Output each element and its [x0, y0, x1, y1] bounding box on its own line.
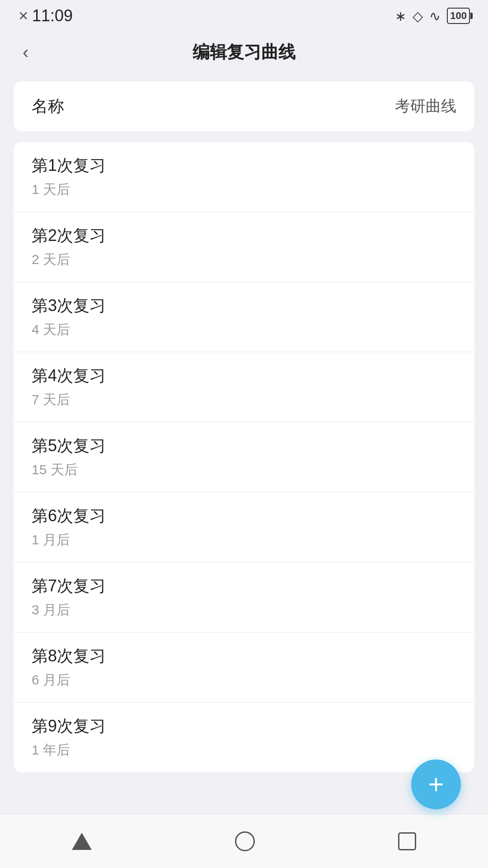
review-item-title: 第6次复习	[32, 505, 456, 527]
review-item-subtitle: 4 天后	[32, 321, 456, 339]
fab-container: +	[411, 760, 461, 809]
sim-icon: ✕	[18, 9, 28, 24]
review-item-title: 第4次复习	[32, 365, 456, 387]
review-list-item[interactable]: 第9次复习1 年后	[14, 703, 474, 772]
review-list-item[interactable]: 第2次复习2 天后	[14, 212, 474, 282]
battery-icon: 100	[447, 8, 470, 24]
name-card[interactable]: 名称 考研曲线	[14, 81, 474, 131]
recent-nav-icon	[398, 832, 416, 850]
review-list-item[interactable]: 第4次复习7 天后	[14, 352, 474, 422]
review-list-item[interactable]: 第8次复习6 月后	[14, 632, 474, 703]
bell-icon: ◇	[413, 8, 423, 24]
review-item-subtitle: 7 天后	[32, 391, 456, 409]
home-nav-icon	[235, 831, 255, 851]
content: 名称 考研曲线 第1次复习1 天后第2次复习2 天后第3次复习4 天后第4次复习…	[0, 72, 488, 814]
review-list-item[interactable]: 第5次复习15 天后	[14, 422, 474, 492]
nav-recent-button[interactable]	[380, 826, 434, 857]
status-time: 11:09	[32, 6, 73, 25]
review-item-subtitle: 6 月后	[32, 671, 456, 689]
wifi-icon: ∿	[429, 8, 441, 24]
review-list-card: 第1次复习1 天后第2次复习2 天后第3次复习4 天后第4次复习7 天后第5次复…	[14, 142, 474, 772]
review-list-item[interactable]: 第3次复习4 天后	[14, 282, 474, 352]
page-title: 编辑复习曲线	[192, 41, 296, 64]
plus-icon: +	[428, 771, 444, 798]
back-nav-icon	[72, 833, 92, 850]
review-item-subtitle: 1 年后	[32, 741, 456, 760]
status-bar-left: ✕ 11:09	[18, 6, 73, 25]
review-item-title: 第5次复习	[32, 435, 456, 457]
review-item-subtitle: 2 天后	[32, 250, 456, 269]
review-item-title: 第8次复习	[32, 645, 456, 667]
nav-home-button[interactable]	[217, 825, 273, 858]
review-item-title: 第7次复习	[32, 575, 456, 597]
header: ‹ 编辑复习曲线	[0, 32, 488, 72]
bottom-nav	[0, 814, 488, 868]
review-list-item[interactable]: 第7次复习3 月后	[14, 562, 474, 632]
review-item-subtitle: 1 天后	[32, 180, 456, 199]
review-list-item[interactable]: 第6次复习1 月后	[14, 492, 474, 562]
nav-back-button[interactable]	[54, 826, 110, 857]
review-list-item[interactable]: 第1次复习1 天后	[14, 142, 474, 212]
status-bar-right: ∗ ◇ ∿ 100	[395, 8, 470, 24]
bluetooth-icon: ∗	[395, 8, 406, 24]
review-item-title: 第1次复习	[32, 155, 456, 177]
review-item-title: 第3次复习	[32, 295, 456, 317]
back-button[interactable]: ‹	[18, 38, 33, 67]
status-bar: ✕ 11:09 ∗ ◇ ∿ 100	[0, 0, 488, 32]
name-label: 名称	[32, 95, 64, 118]
add-button[interactable]: +	[411, 760, 461, 809]
review-item-subtitle: 1 月后	[32, 531, 456, 549]
review-item-title: 第9次复习	[32, 715, 456, 737]
review-item-title: 第2次复习	[32, 225, 456, 247]
review-item-subtitle: 3 月后	[32, 601, 456, 619]
review-item-subtitle: 15 天后	[32, 461, 456, 479]
name-value: 考研曲线	[395, 96, 456, 117]
